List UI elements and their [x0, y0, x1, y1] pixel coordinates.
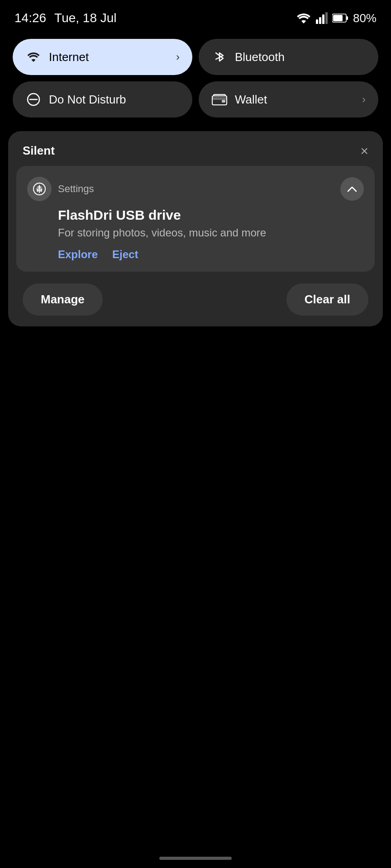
clear-all-button[interactable]: Clear all: [286, 283, 368, 316]
usb-icon: [27, 177, 52, 201]
status-left: 14:26 Tue, 18 Jul: [14, 11, 117, 25]
quick-tiles-grid: Internet › Bluetooth Do Not Disturb: [0, 33, 391, 124]
wifi-icon: [25, 49, 42, 65]
dnd-icon: [25, 91, 42, 108]
manage-button[interactable]: Manage: [23, 283, 103, 316]
do-not-disturb-tile[interactable]: Do Not Disturb: [13, 81, 192, 118]
notif-explore-button[interactable]: Explore: [58, 248, 98, 261]
bluetooth-tile-label: Bluetooth: [235, 50, 366, 64]
svg-rect-10: [212, 97, 227, 100]
notif-expand-button[interactable]: [340, 177, 364, 201]
notif-card-header: Settings: [27, 177, 364, 201]
wallet-icon: [211, 91, 228, 108]
svg-rect-0: [316, 19, 318, 24]
internet-chevron-icon: ›: [176, 51, 180, 63]
svg-rect-11: [222, 100, 225, 103]
home-indicator[interactable]: [159, 857, 232, 860]
internet-tile-label: Internet: [49, 50, 169, 64]
internet-tile[interactable]: Internet ›: [13, 39, 192, 75]
svg-rect-2: [322, 14, 324, 24]
status-bar: 14:26 Tue, 18 Jul 80%: [0, 0, 391, 33]
notification-footer: Manage Clear all: [8, 280, 383, 316]
notif-eject-button[interactable]: Eject: [112, 248, 138, 261]
notification-panel: Silent × Settings FlashDr: [8, 131, 383, 326]
usb-notification-card: Settings FlashDri USB drive For storing …: [16, 166, 375, 272]
svg-rect-5: [346, 16, 348, 20]
status-date: Tue, 18 Jul: [54, 11, 116, 25]
wallet-chevron-icon: ›: [362, 93, 366, 106]
status-time: 14:26: [14, 11, 46, 25]
battery-percentage: 80%: [353, 11, 377, 25]
notification-group-label: Silent: [23, 144, 55, 158]
svg-rect-1: [319, 17, 321, 24]
svg-point-13: [37, 190, 38, 192]
svg-rect-6: [333, 15, 343, 21]
signal-icon: [316, 12, 328, 24]
dnd-tile-label: Do Not Disturb: [49, 93, 180, 107]
wallet-tile[interactable]: Wallet ›: [199, 81, 378, 118]
bluetooth-tile[interactable]: Bluetooth: [199, 39, 378, 75]
status-right: 80%: [296, 11, 377, 25]
notification-header: Silent ×: [8, 131, 383, 166]
notif-actions: Explore Eject: [27, 248, 364, 261]
notification-close-button[interactable]: ×: [360, 144, 368, 158]
notif-description: For storing photos, videos, music and mo…: [27, 226, 364, 239]
svg-rect-3: [325, 12, 328, 24]
wifi-status-icon: [296, 12, 311, 24]
notif-source: Settings: [58, 183, 340, 195]
svg-point-14: [40, 190, 42, 192]
battery-icon: [332, 13, 348, 23]
wallet-tile-label: Wallet: [235, 93, 355, 107]
notif-title: FlashDri USB drive: [27, 208, 364, 223]
bluetooth-icon: [211, 49, 228, 65]
